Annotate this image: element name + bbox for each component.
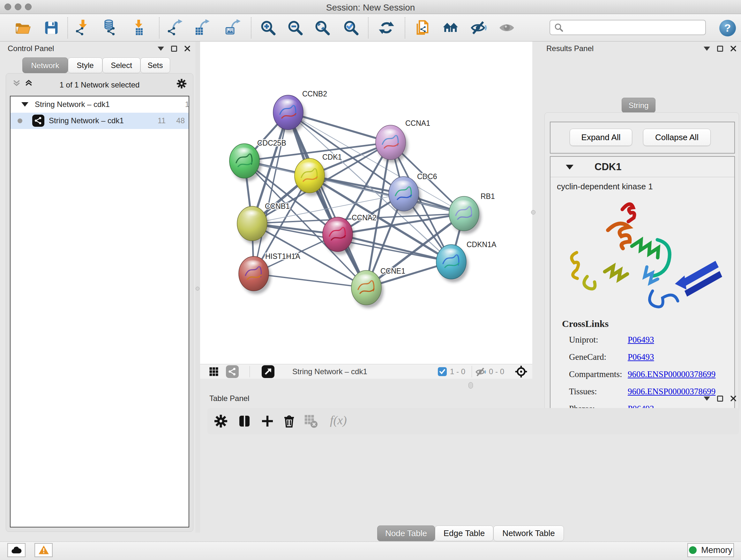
protein-structure-image <box>560 195 726 313</box>
expand-all-button[interactable]: Expand All <box>569 129 632 146</box>
zoom-out-button[interactable] <box>286 18 305 37</box>
gene-header-row[interactable]: CDK1 <box>550 157 734 177</box>
node-CCNB2[interactable] <box>273 95 306 133</box>
delete-table-icon <box>303 413 317 429</box>
zoom-in-button[interactable] <box>259 18 277 37</box>
tab-edge-table[interactable]: Edge Table <box>435 525 493 541</box>
control-panel-menu-icon[interactable] <box>158 47 164 51</box>
crosslink-label: GeneCard: <box>569 352 606 362</box>
node-label-RB1: RB1 <box>481 192 495 200</box>
collapse-all-button[interactable]: Collapse All <box>643 129 711 146</box>
table-panel-float-icon[interactable] <box>717 395 723 401</box>
crosslink-row: Uniprot:P06493 <box>550 332 734 349</box>
show-selected-button[interactable] <box>497 18 516 37</box>
refresh-view-button[interactable] <box>377 18 396 37</box>
warnings-button[interactable] <box>35 543 53 557</box>
node-RB1[interactable] <box>449 196 481 234</box>
edge-CCNB2-CCNE1[interactable] <box>288 112 366 288</box>
home-networks-button[interactable] <box>442 18 460 37</box>
tree-expander-icon[interactable] <box>21 102 28 107</box>
results-actions-box: Expand All Collapse All <box>550 122 735 153</box>
cloud-status-button[interactable] <box>7 543 25 557</box>
zoom-selected-button[interactable] <box>342 18 360 37</box>
import-network-database-button[interactable] <box>100 18 118 37</box>
network-options-gear-icon[interactable] <box>176 78 187 89</box>
memory-button[interactable]: Memory <box>687 543 734 557</box>
results-panel-menu-icon[interactable] <box>704 47 710 51</box>
hidden-eye-slash-icon[interactable] <box>475 367 486 377</box>
node-CDKN1A[interactable] <box>436 245 468 282</box>
import-table-file-button[interactable] <box>130 18 148 37</box>
crosslink-link[interactable]: 9606.ENSP00000378699 <box>628 369 716 379</box>
help-button[interactable]: ? <box>719 20 736 37</box>
table-panel-menu-icon[interactable] <box>704 396 710 401</box>
tab-select[interactable]: Select <box>103 57 140 73</box>
node-label-CCNB2: CCNB2 <box>302 90 327 98</box>
tab-style[interactable]: Style <box>68 57 103 73</box>
table-panel-title: Table Panel <box>209 394 249 403</box>
hidden-counts: 0 - 0 <box>489 367 504 376</box>
birdseye-view-button[interactable] <box>262 365 274 378</box>
tab-sets[interactable]: Sets <box>140 57 170 73</box>
import-network-file-button[interactable] <box>73 18 92 37</box>
toolbar-search <box>549 20 706 35</box>
network-row[interactable]: String Network – cdk1 11 48 <box>10 113 189 129</box>
edge-CCNB2-HIST1H1A[interactable] <box>254 112 288 273</box>
crosslink-label: Compartments: <box>569 369 622 379</box>
tab-network-table[interactable]: Network Table <box>493 525 564 541</box>
show-columns-icon[interactable] <box>237 413 253 429</box>
node-label-CDC6: CDC6 <box>417 172 437 181</box>
string-network-icon <box>32 115 44 127</box>
tab-string[interactable]: String <box>622 98 656 113</box>
node-CCNA1[interactable] <box>376 125 408 163</box>
node-label-CCNB1: CCNB1 <box>265 202 290 210</box>
network-collection-row[interactable]: String Network – cdk1 1 <box>10 97 189 113</box>
right-splitter[interactable] <box>532 42 542 379</box>
export-image-button[interactable] <box>223 18 242 37</box>
table-panel-close-icon[interactable] <box>730 395 737 401</box>
control-panel-float-icon[interactable] <box>171 46 177 52</box>
node-CDC25B[interactable] <box>229 144 262 181</box>
crosslink-link[interactable]: P06493 <box>628 335 654 345</box>
network-view-canvas[interactable]: CCNB2CCNA1CDC25BCDK1CDC6RB1CCNB1CCNA2CDK… <box>200 42 532 364</box>
export-table-button[interactable] <box>193 18 211 37</box>
node-label-CCNA2: CCNA2 <box>352 213 377 222</box>
node-label-CDKN1A: CDKN1A <box>467 240 496 249</box>
node-CCNE1[interactable] <box>351 270 384 308</box>
control-panel-close-icon[interactable] <box>184 45 191 52</box>
network-grid-view-icon[interactable] <box>208 366 219 377</box>
node-label-CDK1: CDK1 <box>322 153 342 161</box>
clone-network-button[interactable] <box>414 18 432 37</box>
add-column-icon[interactable] <box>260 413 276 429</box>
tab-node-table[interactable]: Node Table <box>377 525 435 541</box>
delete-column-icon[interactable] <box>281 413 298 429</box>
string-style-button[interactable] <box>226 365 239 378</box>
selected-checkbox[interactable] <box>438 367 447 376</box>
save-session-button[interactable] <box>42 18 61 37</box>
network-edge-count: 48 <box>170 116 185 125</box>
results-panel-float-icon[interactable] <box>717 46 723 52</box>
crosslink-link[interactable]: P06493 <box>628 352 654 362</box>
zoom-fit-button[interactable] <box>313 18 332 37</box>
tab-network[interactable]: Network <box>22 57 68 73</box>
gene-collapse-icon[interactable] <box>566 165 574 170</box>
control-panel-title: Control Panel <box>8 44 54 53</box>
search-input[interactable] <box>563 21 705 34</box>
node-HIST1H1A[interactable] <box>239 256 271 294</box>
bottom-splitter[interactable] <box>200 379 741 392</box>
collection-label: String Network – cdk1 <box>35 100 110 109</box>
node-CDK1[interactable] <box>294 159 327 196</box>
node-CCNA2[interactable] <box>323 217 355 255</box>
export-network-button[interactable] <box>166 18 185 37</box>
memory-label: Memory <box>701 545 732 555</box>
hide-selected-button[interactable] <box>470 18 488 37</box>
node-label-CCNA1: CCNA1 <box>405 119 430 127</box>
crosshair-icon[interactable] <box>515 365 528 378</box>
network-view-toolbar: String Network – cdk1 1 - 0 0 - 0 <box>200 364 532 379</box>
titlebar: Session: New Session <box>0 0 741 14</box>
open-session-button[interactable] <box>13 18 31 37</box>
left-splitter[interactable] <box>195 42 200 533</box>
table-settings-gear-icon[interactable] <box>213 413 230 429</box>
results-panel-close-icon[interactable] <box>730 45 737 52</box>
node-label-HIST1H1A: HIST1H1A <box>265 252 300 260</box>
